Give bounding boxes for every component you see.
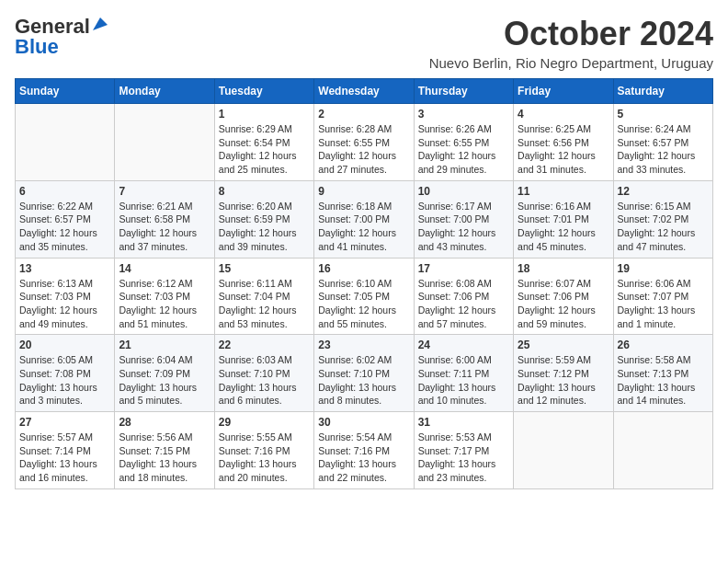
- weekday-header-tuesday: Tuesday: [214, 79, 313, 104]
- month-title: October 2024: [429, 15, 713, 53]
- day-number: 1: [219, 108, 310, 121]
- day-number: 11: [518, 185, 609, 198]
- calendar-body: 1Sunrise: 6:29 AMSunset: 6:54 PMDaylight…: [16, 104, 713, 489]
- day-number: 13: [19, 262, 110, 275]
- calendar-week-row: 1Sunrise: 6:29 AMSunset: 6:54 PMDaylight…: [16, 104, 713, 181]
- day-number: 26: [618, 339, 709, 351]
- day-info: Sunrise: 6:11 AMSunset: 7:04 PMDaylight:…: [219, 278, 297, 329]
- calendar-week-row: 27Sunrise: 5:57 AMSunset: 7:14 PMDayligh…: [16, 412, 713, 489]
- calendar-week-row: 20Sunrise: 6:05 AMSunset: 7:08 PMDayligh…: [16, 335, 713, 412]
- calendar-cell: 24Sunrise: 6:00 AMSunset: 7:11 PMDayligh…: [414, 335, 513, 412]
- day-info: Sunrise: 6:18 AMSunset: 7:00 PMDaylight:…: [318, 201, 396, 252]
- day-info: Sunrise: 6:08 AMSunset: 7:06 PMDaylight:…: [418, 278, 496, 329]
- day-info: Sunrise: 6:28 AMSunset: 6:55 PMDaylight:…: [318, 123, 396, 175]
- day-info: Sunrise: 6:16 AMSunset: 7:01 PMDaylight:…: [518, 201, 596, 252]
- calendar-cell: 11Sunrise: 6:16 AMSunset: 7:01 PMDayligh…: [514, 180, 613, 258]
- day-info: Sunrise: 6:02 AMSunset: 7:10 PMDaylight:…: [318, 354, 396, 406]
- day-info: Sunrise: 5:58 AMSunset: 7:13 PMDaylight:…: [618, 354, 696, 406]
- calendar-cell: 21Sunrise: 6:04 AMSunset: 7:09 PMDayligh…: [115, 335, 214, 412]
- calendar-cell: 7Sunrise: 6:21 AMSunset: 6:58 PMDaylight…: [115, 180, 214, 258]
- location-subtitle: Nuevo Berlin, Rio Negro Department, Urug…: [429, 55, 713, 71]
- calendar-cell: 17Sunrise: 6:08 AMSunset: 7:06 PMDayligh…: [414, 258, 513, 335]
- calendar-cell: 10Sunrise: 6:17 AMSunset: 7:00 PMDayligh…: [414, 180, 513, 258]
- day-number: 10: [418, 185, 509, 198]
- day-number: 3: [418, 108, 509, 121]
- calendar-cell: 28Sunrise: 5:56 AMSunset: 7:15 PMDayligh…: [115, 412, 214, 489]
- calendar-cell: 29Sunrise: 5:55 AMSunset: 7:16 PMDayligh…: [214, 412, 313, 489]
- calendar-cell: 18Sunrise: 6:07 AMSunset: 7:06 PMDayligh…: [514, 258, 613, 335]
- calendar-cell: 27Sunrise: 5:57 AMSunset: 7:14 PMDayligh…: [16, 412, 115, 489]
- day-number: 8: [219, 185, 310, 198]
- calendar-cell: [514, 412, 613, 489]
- calendar-cell: 20Sunrise: 6:05 AMSunset: 7:08 PMDayligh…: [16, 335, 115, 412]
- logo-blue-text: Blue: [15, 35, 59, 59]
- calendar-cell: 19Sunrise: 6:06 AMSunset: 7:07 PMDayligh…: [613, 258, 712, 335]
- day-info: Sunrise: 5:56 AMSunset: 7:15 PMDaylight:…: [119, 431, 197, 483]
- day-info: Sunrise: 6:00 AMSunset: 7:11 PMDaylight:…: [418, 354, 496, 406]
- logo-bird-icon: [91, 16, 108, 32]
- day-number: 31: [418, 416, 509, 429]
- day-number: 4: [518, 108, 609, 121]
- calendar-week-row: 6Sunrise: 6:22 AMSunset: 6:57 PMDaylight…: [16, 180, 713, 258]
- day-info: Sunrise: 6:15 AMSunset: 7:02 PMDaylight:…: [618, 201, 696, 252]
- day-info: Sunrise: 6:13 AMSunset: 7:03 PMDaylight:…: [19, 278, 97, 329]
- weekday-header-saturday: Saturday: [613, 79, 712, 104]
- day-info: Sunrise: 5:57 AMSunset: 7:14 PMDaylight:…: [19, 431, 97, 483]
- day-number: 30: [318, 416, 409, 429]
- calendar-header: SundayMondayTuesdayWednesdayThursdayFrid…: [16, 79, 713, 104]
- calendar-cell: 13Sunrise: 6:13 AMSunset: 7:03 PMDayligh…: [16, 258, 115, 335]
- calendar-cell: 15Sunrise: 6:11 AMSunset: 7:04 PMDayligh…: [214, 258, 313, 335]
- day-number: 5: [618, 108, 709, 121]
- day-number: 29: [219, 416, 310, 429]
- day-info: Sunrise: 5:59 AMSunset: 7:12 PMDaylight:…: [518, 354, 596, 406]
- day-info: Sunrise: 6:29 AMSunset: 6:54 PMDaylight:…: [219, 123, 297, 175]
- calendar-table: SundayMondayTuesdayWednesdayThursdayFrid…: [15, 78, 713, 489]
- page-header: General Blue October 2024 Nuevo Berlin, …: [15, 15, 713, 71]
- day-number: 22: [219, 339, 310, 351]
- logo: General Blue: [15, 15, 108, 59]
- calendar-cell: 1Sunrise: 6:29 AMSunset: 6:54 PMDaylight…: [214, 104, 313, 181]
- calendar-cell: 25Sunrise: 5:59 AMSunset: 7:12 PMDayligh…: [514, 335, 613, 412]
- day-info: Sunrise: 5:53 AMSunset: 7:17 PMDaylight:…: [418, 431, 496, 483]
- day-number: 20: [19, 339, 110, 351]
- day-info: Sunrise: 5:55 AMSunset: 7:16 PMDaylight:…: [219, 431, 297, 483]
- day-info: Sunrise: 6:21 AMSunset: 6:58 PMDaylight:…: [119, 201, 197, 252]
- day-number: 12: [618, 185, 709, 198]
- svg-marker-0: [93, 17, 108, 30]
- calendar-cell: 12Sunrise: 6:15 AMSunset: 7:02 PMDayligh…: [613, 180, 712, 258]
- day-number: 28: [119, 416, 210, 429]
- calendar-cell: [16, 104, 115, 181]
- day-number: 2: [318, 108, 409, 121]
- day-info: Sunrise: 6:06 AMSunset: 7:07 PMDaylight:…: [618, 278, 696, 329]
- weekday-header-thursday: Thursday: [414, 79, 513, 104]
- calendar-cell: 22Sunrise: 6:03 AMSunset: 7:10 PMDayligh…: [214, 335, 313, 412]
- day-info: Sunrise: 5:54 AMSunset: 7:16 PMDaylight:…: [318, 431, 396, 483]
- day-number: 14: [119, 262, 210, 275]
- calendar-cell: 6Sunrise: 6:22 AMSunset: 6:57 PMDaylight…: [16, 180, 115, 258]
- weekday-header-friday: Friday: [514, 79, 613, 104]
- calendar-cell: 16Sunrise: 6:10 AMSunset: 7:05 PMDayligh…: [314, 258, 414, 335]
- day-info: Sunrise: 6:25 AMSunset: 6:56 PMDaylight:…: [518, 123, 596, 175]
- day-number: 21: [119, 339, 210, 351]
- day-info: Sunrise: 6:12 AMSunset: 7:03 PMDaylight:…: [119, 278, 197, 329]
- day-number: 25: [518, 339, 609, 351]
- calendar-cell: 3Sunrise: 6:26 AMSunset: 6:55 PMDaylight…: [414, 104, 513, 181]
- day-number: 9: [318, 185, 409, 198]
- weekday-header-row: SundayMondayTuesdayWednesdayThursdayFrid…: [16, 79, 713, 104]
- day-number: 19: [618, 262, 709, 275]
- title-block: October 2024 Nuevo Berlin, Rio Negro Dep…: [429, 15, 713, 71]
- day-number: 27: [19, 416, 110, 429]
- day-number: 23: [318, 339, 409, 351]
- day-info: Sunrise: 6:26 AMSunset: 6:55 PMDaylight:…: [418, 123, 496, 175]
- weekday-header-monday: Monday: [115, 79, 214, 104]
- weekday-header-sunday: Sunday: [16, 79, 115, 104]
- day-info: Sunrise: 6:17 AMSunset: 7:00 PMDaylight:…: [418, 201, 496, 252]
- calendar-cell: 2Sunrise: 6:28 AMSunset: 6:55 PMDaylight…: [314, 104, 414, 181]
- day-number: 7: [119, 185, 210, 198]
- day-info: Sunrise: 6:10 AMSunset: 7:05 PMDaylight:…: [318, 278, 396, 329]
- calendar-cell: 14Sunrise: 6:12 AMSunset: 7:03 PMDayligh…: [115, 258, 214, 335]
- calendar-cell: 30Sunrise: 5:54 AMSunset: 7:16 PMDayligh…: [314, 412, 414, 489]
- calendar-cell: 5Sunrise: 6:24 AMSunset: 6:57 PMDaylight…: [613, 104, 712, 181]
- calendar-week-row: 13Sunrise: 6:13 AMSunset: 7:03 PMDayligh…: [16, 258, 713, 335]
- day-info: Sunrise: 6:03 AMSunset: 7:10 PMDaylight:…: [219, 354, 297, 406]
